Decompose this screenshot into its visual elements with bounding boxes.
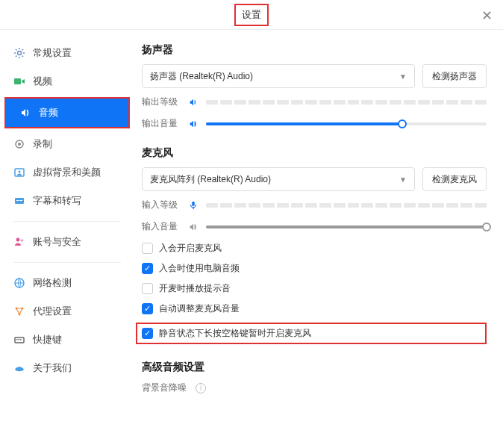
content: 扬声器 扬声器 (Realtek(R) Audio) ▼ 检测扬声器 输出等级 … xyxy=(134,30,503,448)
video-icon xyxy=(13,75,25,87)
sidebar-item-gear[interactable]: 常规设置 xyxy=(0,39,134,67)
sidebar-item-audio[interactable]: 音频 xyxy=(6,99,128,127)
volume-icon xyxy=(188,222,199,232)
bg-noise-row: 背景音降噪 i xyxy=(142,382,487,394)
audio-icon xyxy=(19,107,31,119)
sidebar: 常规设置视频音频录制虚拟背景和美颜字幕和转写账号与安全网络检测代理设置快捷键关于… xyxy=(0,30,134,448)
input-level-meter xyxy=(206,203,487,208)
output-level-meter xyxy=(206,100,487,105)
about-icon xyxy=(13,362,25,374)
sidebar-item-caption[interactable]: 字幕和转写 xyxy=(0,187,134,215)
check-play-tone[interactable]: 开麦时播放提示音 xyxy=(142,282,487,295)
shortcut-icon xyxy=(13,334,25,346)
svg-rect-8 xyxy=(19,200,22,201)
input-level-label: 输入等级 xyxy=(142,199,181,211)
bg-noise-label: 背景音降噪 xyxy=(142,382,187,394)
check-use-computer-audio[interactable]: ✓ 入会时使用电脑音频 xyxy=(142,262,487,275)
record-icon xyxy=(13,138,25,150)
divider xyxy=(13,221,121,222)
svg-rect-18 xyxy=(20,339,22,340)
sidebar-item-shortcut[interactable]: 快捷键 xyxy=(0,326,134,354)
sidebar-item-label: 代理设置 xyxy=(33,305,72,318)
mic-select-value: 麦克风阵列 (Realtek(R) Audio) xyxy=(150,173,271,186)
speaker-select[interactable]: 扬声器 (Realtek(R) Audio) ▼ xyxy=(142,64,415,88)
divider xyxy=(13,262,121,263)
output-volume-label: 输出音量 xyxy=(142,117,181,130)
sidebar-item-label: 虚拟背景和美颜 xyxy=(33,166,101,179)
sidebar-item-proxy[interactable]: 代理设置 xyxy=(0,297,134,326)
mic-select[interactable]: 麦克风阵列 (Realtek(R) Audio) ▼ xyxy=(142,167,415,191)
virtual-bg-icon xyxy=(13,167,25,178)
sidebar-item-network[interactable]: 网络检测 xyxy=(0,269,134,297)
checkbox[interactable]: ✓ xyxy=(142,328,153,339)
label: 自动调整麦克风音量 xyxy=(159,302,240,315)
checkbox[interactable] xyxy=(142,283,153,294)
header: 设置 ✕ xyxy=(0,0,503,30)
check-auto-adjust[interactable]: ✓ 自动调整麦克风音量 xyxy=(142,302,487,315)
svg-rect-19 xyxy=(192,201,195,205)
svg-rect-7 xyxy=(16,200,19,201)
output-level-label: 输出等级 xyxy=(142,96,181,108)
test-speaker-button[interactable]: 检测扬声器 xyxy=(422,64,487,88)
svg-rect-1 xyxy=(14,78,21,84)
svg-point-5 xyxy=(19,171,21,173)
mic-icon xyxy=(188,200,199,211)
speaker-select-value: 扬声器 (Realtek(R) Audio) xyxy=(150,70,253,83)
svg-rect-16 xyxy=(16,339,18,340)
checkbox[interactable]: ✓ xyxy=(142,303,153,314)
check-spacebar-unmute[interactable]: ✓ 静音状态下长按空格键暂时开启麦克风 xyxy=(136,323,487,344)
sidebar-item-label: 网络检测 xyxy=(33,276,72,290)
sidebar-item-label: 快捷键 xyxy=(33,333,62,346)
sidebar-item-label: 账号与安全 xyxy=(33,235,81,249)
advanced-section-title: 高级音频设置 xyxy=(142,361,487,374)
mic-section-title: 麦克风 xyxy=(142,146,487,160)
sidebar-item-account[interactable]: 账号与安全 xyxy=(0,228,134,256)
window-title: 设置 xyxy=(234,4,269,26)
input-volume-label: 输入音量 xyxy=(142,220,181,233)
label: 开麦时播放提示音 xyxy=(159,282,231,295)
volume-icon xyxy=(188,119,199,129)
close-button[interactable]: ✕ xyxy=(481,7,493,24)
info-icon[interactable]: i xyxy=(196,383,206,393)
chevron-down-icon: ▼ xyxy=(399,72,407,81)
label: 入会时使用电脑音频 xyxy=(159,262,240,275)
svg-rect-17 xyxy=(19,339,20,340)
check-join-mic[interactable]: 入会开启麦克风 xyxy=(142,242,487,255)
svg-point-3 xyxy=(18,143,21,146)
sidebar-item-label: 关于我们 xyxy=(33,361,72,375)
label: 静音状态下长按空格键暂时开启麦克风 xyxy=(159,327,311,340)
caption-icon xyxy=(13,195,25,207)
sidebar-item-label: 音频 xyxy=(39,106,58,119)
speaker-section-title: 扬声器 xyxy=(142,43,487,57)
proxy-icon xyxy=(13,305,25,317)
sidebar-item-about[interactable]: 关于我们 xyxy=(0,354,134,382)
svg-point-10 xyxy=(21,239,24,242)
svg-point-0 xyxy=(18,52,22,55)
sidebar-item-virtual-bg[interactable]: 虚拟背景和美颜 xyxy=(0,158,134,187)
sidebar-item-label: 录制 xyxy=(33,137,52,151)
checkbox[interactable]: ✓ xyxy=(142,263,153,274)
sidebar-item-label: 字幕和转写 xyxy=(33,194,81,208)
account-icon xyxy=(13,236,25,248)
svg-point-9 xyxy=(16,238,20,242)
sidebar-item-label: 视频 xyxy=(33,75,52,88)
network-icon xyxy=(13,277,25,289)
label: 入会开启麦克风 xyxy=(159,242,222,255)
speaker-volume-slider[interactable] xyxy=(206,122,487,125)
checkbox[interactable] xyxy=(142,243,153,254)
gear-icon xyxy=(13,47,25,59)
speaker-icon xyxy=(188,97,199,108)
sidebar-item-video[interactable]: 视频 xyxy=(0,67,134,96)
sidebar-item-label: 常规设置 xyxy=(33,46,72,60)
mic-volume-slider[interactable] xyxy=(206,225,487,228)
chevron-down-icon: ▼ xyxy=(399,175,407,184)
sidebar-item-record[interactable]: 录制 xyxy=(0,130,134,158)
test-mic-button[interactable]: 检测麦克风 xyxy=(422,167,487,191)
